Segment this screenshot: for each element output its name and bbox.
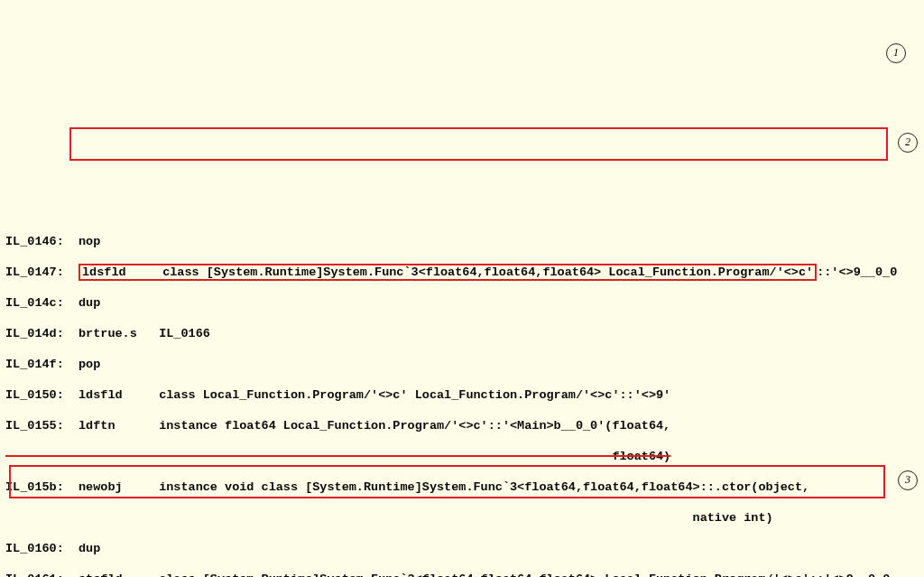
- il-line: IL_014c: dup: [5, 295, 919, 311]
- il-line: IL_014d: brtrue.s IL_0166: [5, 326, 919, 341]
- callout-3: 3: [898, 470, 918, 490]
- il-line: IL_0161: stsfld class [System.Runtime]Sy…: [5, 572, 919, 577]
- il-line: IL_0147: ldsfld class [System.Runtime]Sy…: [5, 265, 919, 280]
- callout-1: 1: [886, 43, 906, 63]
- il-line: native int): [5, 510, 919, 526]
- il-line: float64): [5, 449, 919, 464]
- highlight-box-2: [69, 127, 888, 161]
- il-line: IL_0150: ldsfld class Local_Function.Pro…: [5, 387, 919, 403]
- highlight-box-1: ldsfld class [System.Runtime]System.Func…: [79, 264, 817, 281]
- il-line: IL_014f: pop: [5, 357, 919, 372]
- il-line: IL_0155: ldftn instance float64 Local_Fu…: [5, 418, 919, 433]
- il-line: IL_015b: newobj instance void class [Sys…: [5, 479, 919, 495]
- il-line: IL_0160: dup: [5, 541, 919, 556]
- il-line: IL_0146: nop: [5, 234, 919, 249]
- callout-2: 2: [898, 133, 918, 153]
